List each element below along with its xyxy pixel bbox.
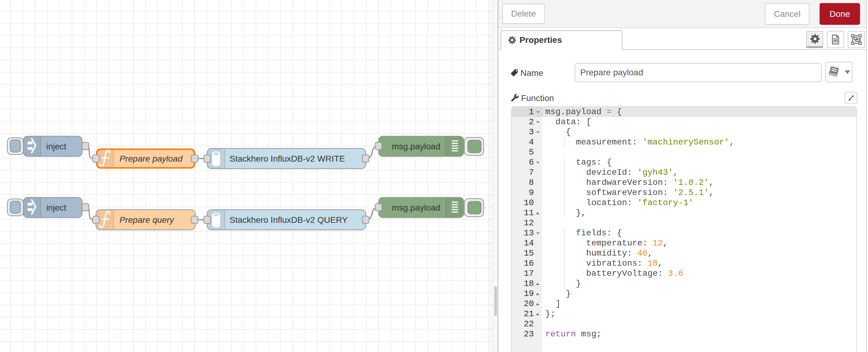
svg-text:Prepare payload: Prepare payload (120, 154, 183, 164)
svg-text:inject: inject (46, 142, 66, 151)
svg-text:Stackhero InfluxDB-v2 WRITE: Stackhero InfluxDB-v2 WRITE (229, 154, 345, 164)
svg-text:Stackhero InfluxDB-v2 QUERY: Stackhero InfluxDB-v2 QUERY (229, 215, 348, 225)
svg-text:msg.payload: msg.payload (392, 142, 440, 151)
svg-text:msg.payload: msg.payload (392, 203, 440, 212)
svg-text:Prepare query: Prepare query (120, 215, 175, 225)
svg-text:inject: inject (46, 203, 66, 212)
